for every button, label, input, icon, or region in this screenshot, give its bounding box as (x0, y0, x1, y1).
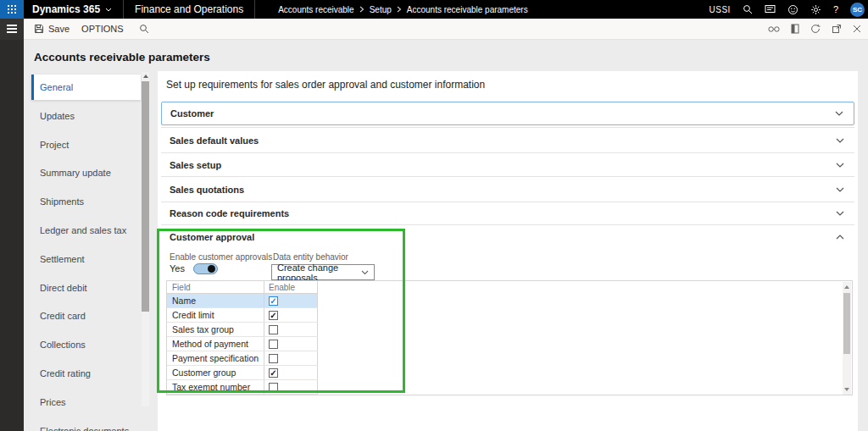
hamburger-menu-button[interactable] (0, 19, 24, 40)
enable-approvals-toggle[interactable] (193, 263, 218, 274)
chevron-down-icon (835, 111, 843, 116)
grid-header-row: Field Enable (167, 281, 318, 294)
chevron-down-icon (836, 163, 844, 168)
breadcrumb-area[interactable]: Setup (370, 5, 392, 14)
enable-approvals-label: Enable customer approvals (170, 252, 272, 262)
breadcrumb-module[interactable]: Accounts receivable (278, 5, 354, 14)
topbar-right-controls: USSI ? SC (709, 3, 865, 17)
scroll-up-arrow-icon (844, 285, 849, 289)
top-navigation-bar: Dynamics 365 Finance and Operations Acco… (0, 0, 868, 19)
scroll-down-arrow-icon (844, 388, 849, 391)
scrollbar-thumb[interactable] (843, 293, 850, 354)
data-entity-behavior-select[interactable]: Create change proposals (271, 264, 375, 280)
sidebar-item-project[interactable]: Project (31, 132, 141, 157)
table-row-customer-group[interactable]: Customer group ✓ (167, 366, 318, 380)
column-header-enable: Enable (264, 281, 318, 293)
messages-icon[interactable] (765, 4, 776, 14)
help-button[interactable]: ? (833, 4, 838, 14)
approval-fields-grid: Field Enable Name ✓ Credit limit ✓ Sales… (166, 280, 853, 395)
section-sales-quotations[interactable]: Sales quotations (161, 176, 854, 202)
table-row-tax-exempt-number[interactable]: Tax exempt number (167, 380, 318, 395)
settings-gear-icon[interactable] (810, 4, 821, 15)
sidebar-item-credit-rating[interactable]: Credit rating (31, 361, 141, 386)
app-launcher-button[interactable] (0, 0, 24, 19)
dynamics-365-menu[interactable]: Dynamics 365 (32, 3, 112, 15)
divider (123, 0, 124, 19)
save-icon (34, 24, 44, 34)
toggle-value-text: Yes (170, 263, 185, 274)
page-title: Accounts receivable parameters (34, 51, 210, 64)
sidebar-item-credit-card[interactable]: Credit card (31, 303, 141, 329)
scroll-up-arrow-icon (143, 75, 148, 78)
chevron-up-icon (836, 235, 844, 240)
table-row-sales-tax-group[interactable]: Sales tax group (167, 323, 318, 337)
section-sales-default-values[interactable]: Sales default values (161, 127, 854, 152)
sidebar-item-direct-debit[interactable]: Direct debit (31, 275, 141, 301)
scrollbar-thumb[interactable] (142, 81, 149, 312)
options-menu-button[interactable]: OPTIONS (81, 24, 124, 34)
column-header-field: Field (167, 281, 264, 293)
grid-scrollbar[interactable] (843, 282, 851, 395)
sidebar-item-settlement[interactable]: Settlement (31, 246, 141, 272)
checkbox-credit-limit[interactable]: ✓ (269, 311, 278, 320)
section-reason-code-requirements[interactable]: Reason code requirements (161, 202, 854, 224)
checkbox-sales-tax-group[interactable] (269, 325, 278, 334)
feedback-smiley-icon[interactable] (787, 4, 798, 15)
chevron-down-icon (836, 138, 844, 143)
product-name: Finance and Operations (135, 3, 243, 15)
toggle-knob (208, 265, 215, 273)
chevron-right-icon (359, 6, 364, 13)
action-bar: Save OPTIONS (0, 19, 868, 40)
table-row-payment-specification[interactable]: Payment specification (167, 351, 318, 366)
checkbox-payment-specification[interactable] (269, 354, 278, 363)
sidebar-item-prices[interactable]: Prices (31, 390, 141, 415)
checkbox-tax-exempt-number[interactable] (269, 383, 278, 392)
sidebar-item-ledger-and-sales-tax[interactable]: Ledger and sales tax (31, 218, 141, 243)
sidebar-scrollbar[interactable] (142, 72, 149, 406)
chevron-down-icon (105, 8, 112, 12)
checkbox-customer-group[interactable]: ✓ (269, 368, 278, 378)
close-icon[interactable] (853, 25, 861, 33)
save-button[interactable]: Save (34, 24, 70, 34)
environment-name: USSI (709, 5, 731, 14)
form-caption: Set up requirements for sales order appr… (166, 79, 485, 91)
waffle-icon (8, 5, 17, 14)
search-icon[interactable] (743, 4, 753, 14)
app-name: Dynamics 365 (32, 3, 100, 15)
section-customer-approval[interactable]: Customer approval (161, 224, 854, 248)
chevron-down-icon (836, 211, 844, 216)
app-window: Dynamics 365 Finance and Operations Acco… (0, 0, 868, 431)
collapsed-nav-strip[interactable] (0, 40, 24, 431)
chevron-down-icon (361, 270, 369, 275)
table-row-name[interactable]: Name ✓ (167, 294, 318, 308)
user-avatar[interactable]: SC (850, 3, 865, 17)
sidebar-item-summary-update[interactable]: Summary update (31, 160, 141, 185)
checkbox-name[interactable]: ✓ (269, 296, 278, 306)
table-row-credit-limit[interactable]: Credit limit ✓ (167, 308, 318, 323)
open-in-new-window-icon[interactable] (832, 24, 842, 34)
table-row-method-of-payment[interactable]: Method of payment (167, 337, 318, 351)
content-panel: Set up requirements for sales order appr… (158, 71, 858, 431)
actionbar-right-controls (768, 24, 861, 34)
attachments-icon[interactable] (791, 24, 799, 34)
checkbox-method-of-payment[interactable] (269, 340, 278, 349)
data-entity-behavior-label: Data entity behavior (273, 252, 348, 262)
sidebar-item-collections[interactable]: Collections (31, 332, 141, 357)
sidebar-item-shipments[interactable]: Shipments (31, 189, 141, 214)
actionbar-search-icon[interactable] (139, 24, 149, 34)
hamburger-icon (7, 25, 17, 26)
section-sales-setup[interactable]: Sales setup (161, 152, 854, 176)
section-customer[interactable]: Customer (161, 102, 854, 125)
refresh-icon[interactable] (810, 24, 821, 34)
chevron-right-icon (397, 6, 402, 13)
sidebar-item-updates[interactable]: Updates (31, 103, 141, 129)
sidebar-item-electronic-documents[interactable]: Electronic documents (31, 418, 141, 431)
breadcrumb: Accounts receivable Setup Accounts recei… (278, 5, 528, 14)
grid-table: Field Enable Name ✓ Credit limit ✓ Sales… (167, 281, 318, 395)
chevron-down-icon (836, 187, 844, 192)
page-body: Accounts receivable parameters General U… (0, 40, 868, 431)
glasses-view-icon[interactable] (768, 25, 780, 33)
breadcrumb-page[interactable]: Accounts receivable parameters (407, 5, 528, 14)
divider (254, 0, 255, 19)
sidebar-item-general[interactable]: General (31, 75, 141, 100)
